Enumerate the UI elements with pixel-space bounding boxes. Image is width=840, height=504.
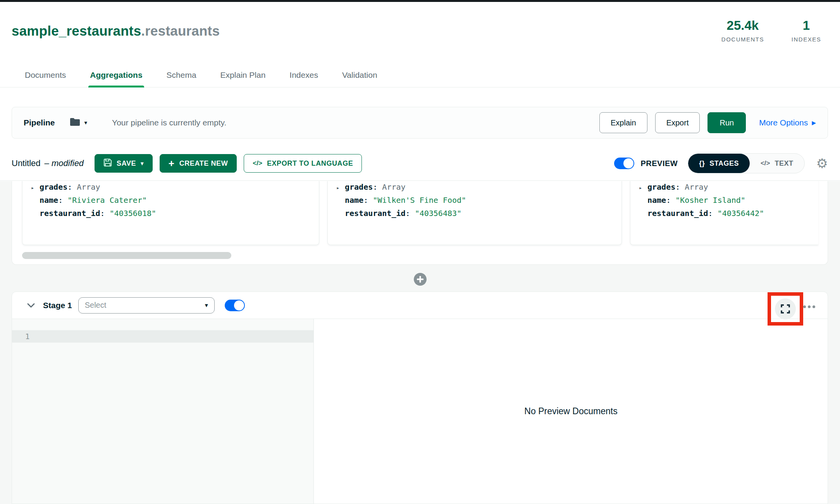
text-mode-option[interactable]: </> TEXT xyxy=(750,154,804,173)
braces-icon: {} xyxy=(699,159,705,168)
save-button[interactable]: SAVE ▾ xyxy=(95,154,153,173)
document-field-row: name: "Riviera Caterer" xyxy=(31,194,316,207)
indexes-count: 1 xyxy=(803,18,810,33)
colon: : xyxy=(363,195,368,205)
field-key: grades xyxy=(40,182,67,192)
stage-code-editor[interactable]: 1 xyxy=(12,319,314,504)
stage-options-menu-button[interactable] xyxy=(802,304,817,310)
stage-header: Stage 1 Select ▾ xyxy=(12,292,828,319)
field-key: restaurant_id xyxy=(647,209,708,218)
document-field-row: ▸grades: Array xyxy=(336,181,618,194)
field-value: "40356483" xyxy=(415,209,461,218)
field-key: name xyxy=(345,195,363,205)
preview-toggle[interactable] xyxy=(614,158,634,169)
collection-tabs: Documents Aggregations Schema Explain Pl… xyxy=(25,62,377,87)
expand-array-icon[interactable]: ▸ xyxy=(31,181,40,194)
pipeline-actions: Explain Export Run More Options ▶ xyxy=(599,112,816,133)
expand-array-icon[interactable]: ▸ xyxy=(336,181,345,194)
document-field-row: name: "Kosher Island" xyxy=(639,194,815,207)
run-button[interactable]: Run xyxy=(707,112,746,133)
indexes-stat: 1 INDEXES xyxy=(789,18,824,43)
stage-enabled-toggle[interactable] xyxy=(225,300,245,311)
code-icon: </> xyxy=(761,159,770,167)
horizontal-scrollbar-thumb[interactable] xyxy=(22,252,231,259)
documents-label: DOCUMENTS xyxy=(721,36,764,43)
no-preview-message: No Preview Documents xyxy=(524,406,617,417)
preview-document-card: ▸grades: Array name: "Wilken'S Fine Food… xyxy=(327,181,622,245)
pipeline-name: Untitled xyxy=(12,158,41,168)
more-options-link[interactable]: More Options ▶ xyxy=(759,118,816,127)
line-number: 1 xyxy=(25,330,29,343)
create-new-button[interactable]: + CREATE NEW xyxy=(160,154,237,173)
indexes-label: INDEXES xyxy=(792,36,821,43)
tab-documents[interactable]: Documents xyxy=(25,62,66,87)
field-value: "Wilken'S Fine Food" xyxy=(373,195,466,205)
add-stage-button[interactable] xyxy=(414,273,427,286)
pipeline-bar: Pipeline ▾ Your pipeline is currently em… xyxy=(12,107,828,139)
dot xyxy=(812,305,815,308)
collection-header: sample_restaurants.restaurants 25.4k DOC… xyxy=(0,2,840,181)
colon: : xyxy=(100,209,105,218)
plus-icon xyxy=(417,276,423,283)
tab-schema[interactable]: Schema xyxy=(167,62,196,87)
documents-stat: 25.4k DOCUMENTS xyxy=(721,18,764,43)
stages-text-switch: {} STAGES </> TEXT xyxy=(688,153,804,173)
export-to-language-button[interactable]: </> EXPORT TO LANGUAGE xyxy=(244,154,362,173)
compass-aggregations-screen: sample_restaurants.restaurants 25.4k DOC… xyxy=(0,0,840,504)
arrow-right-icon: ▶ xyxy=(812,120,816,126)
red-highlight-annotation xyxy=(768,292,803,326)
colon: : xyxy=(58,195,63,205)
expand-stage-button[interactable] xyxy=(775,298,796,319)
tab-validation[interactable]: Validation xyxy=(342,62,377,87)
caret-down-icon: ▾ xyxy=(205,302,208,309)
colon: : xyxy=(675,182,680,192)
explain-button[interactable]: Explain xyxy=(599,112,647,133)
colon: : xyxy=(666,195,671,205)
preview-document-card: ▸grades: Array name: "Kosher Island" res… xyxy=(630,181,818,245)
document-field-row: restaurant_id: "40356018" xyxy=(31,207,316,220)
document-field-row: restaurant_id: "40356442" xyxy=(639,207,815,220)
toggle-knob xyxy=(623,158,633,168)
caret-down-icon: ▾ xyxy=(141,160,144,166)
colon: : xyxy=(708,209,713,218)
field-key: name xyxy=(40,195,58,205)
code-icon: </> xyxy=(253,159,262,167)
chevron-down-icon[interactable] xyxy=(26,300,36,310)
field-value: Array xyxy=(77,182,100,192)
stage-operator-select[interactable]: Select ▾ xyxy=(78,297,215,314)
save-label: SAVE xyxy=(117,159,136,168)
export-button[interactable]: Export xyxy=(655,112,700,133)
save-icon xyxy=(103,158,112,169)
pipeline-preview-panel: ▸grades: Array name: "Riviera Caterer" r… xyxy=(12,181,828,265)
tab-aggregations[interactable]: Aggregations xyxy=(90,62,142,87)
collection-name: .restaurants xyxy=(141,23,220,38)
field-value: "Kosher Island" xyxy=(675,195,745,205)
stage-preview-pane: No Preview Documents xyxy=(314,319,828,504)
stages-label: STAGES xyxy=(709,159,739,168)
colon: : xyxy=(373,182,377,192)
open-saved-pipelines-button[interactable]: ▾ xyxy=(70,117,88,128)
tab-indexes[interactable]: Indexes xyxy=(289,62,318,87)
fullscreen-icon xyxy=(781,304,790,314)
create-new-label: CREATE NEW xyxy=(179,159,228,168)
collection-stats: 25.4k DOCUMENTS 1 INDEXES xyxy=(721,18,824,43)
stage-card: Stage 1 Select ▾ xyxy=(12,291,828,504)
plus-icon: + xyxy=(169,158,175,168)
field-key: grades xyxy=(647,182,675,192)
preview-label: PREVIEW xyxy=(640,159,678,168)
text-label: TEXT xyxy=(775,159,794,168)
dot xyxy=(803,305,806,308)
editor-active-line: 1 xyxy=(12,330,313,343)
export-to-language-label: EXPORT TO LANGUAGE xyxy=(267,159,353,168)
document-field-row: name: "Wilken'S Fine Food" xyxy=(336,194,618,207)
field-value: "Riviera Caterer" xyxy=(67,195,147,205)
stages-mode-option[interactable]: {} STAGES xyxy=(688,154,750,173)
select-placeholder: Select xyxy=(85,301,107,310)
expand-array-icon[interactable]: ▸ xyxy=(639,181,647,194)
gear-icon[interactable]: ⚙ xyxy=(816,157,828,170)
tab-explain-plan[interactable]: Explain Plan xyxy=(220,62,266,87)
document-field-row: restaurant_id: "40356483" xyxy=(336,207,618,220)
aggregation-workspace: ▸grades: Array name: "Riviera Caterer" r… xyxy=(0,181,840,504)
pipeline-toolbar: Untitled – modified SAVE ▾ + CREATE NEW … xyxy=(12,154,828,173)
field-key: restaurant_id xyxy=(40,209,100,218)
